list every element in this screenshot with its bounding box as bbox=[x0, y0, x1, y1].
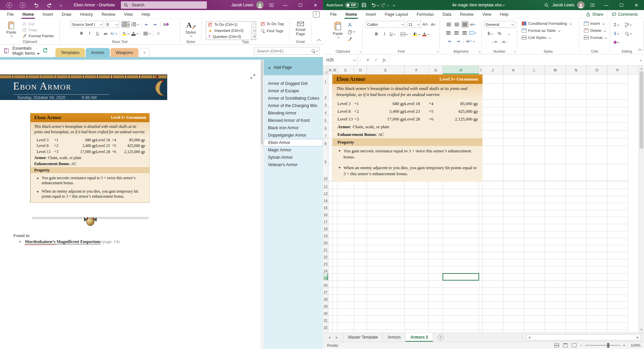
font-size-select[interactable]: 8 bbox=[105, 21, 119, 28]
sync-icon[interactable] bbox=[42, 48, 48, 53]
grid-cell[interactable] bbox=[332, 295, 337, 302]
row-header-25[interactable]: 25 bbox=[323, 273, 328, 281]
grid-cell[interactable] bbox=[405, 281, 429, 288]
grid-cell[interactable] bbox=[503, 84, 524, 100]
comments-button[interactable]: Comments bbox=[607, 10, 642, 19]
row-header-3[interactable]: 3 bbox=[323, 100, 328, 107]
grid-cell[interactable] bbox=[545, 295, 566, 302]
grid-cell[interactable] bbox=[587, 203, 607, 210]
grid-cell[interactable] bbox=[443, 238, 479, 245]
grid-cell[interactable] bbox=[587, 309, 607, 316]
grid-cell[interactable] bbox=[443, 231, 479, 238]
sheet-prev-icon[interactable]: ◂ bbox=[328, 335, 330, 340]
grid-cell[interactable] bbox=[328, 316, 332, 323]
notebook-search-input[interactable] bbox=[256, 49, 309, 53]
grid-cell[interactable] bbox=[524, 74, 545, 84]
grid-cell[interactable] bbox=[503, 203, 524, 210]
grid-cell[interactable] bbox=[607, 74, 628, 84]
grid-cell[interactable] bbox=[524, 131, 545, 138]
grid-cell[interactable] bbox=[524, 123, 545, 131]
column-header-I[interactable]: I bbox=[479, 66, 482, 74]
grid-cell[interactable] bbox=[367, 196, 405, 203]
grid-cell[interactable] bbox=[503, 231, 524, 238]
grid-cell[interactable] bbox=[328, 217, 332, 224]
add-page-button[interactable]: + Add Page bbox=[264, 60, 323, 75]
grid-cell[interactable] bbox=[524, 302, 545, 309]
grid-cell[interactable] bbox=[607, 189, 628, 196]
grid-cell[interactable] bbox=[566, 273, 587, 281]
select-all-corner[interactable] bbox=[323, 66, 328, 74]
menu-item-draw[interactable]: Draw bbox=[57, 10, 76, 19]
grid-cell[interactable] bbox=[332, 217, 337, 224]
grid-cell[interactable] bbox=[503, 217, 524, 224]
grid-cell[interactable] bbox=[566, 182, 587, 189]
grid-cell[interactable] bbox=[545, 231, 566, 238]
grid-cell[interactable] bbox=[607, 238, 628, 245]
grid-cell[interactable] bbox=[524, 84, 545, 100]
font-color-button[interactable]: A bbox=[131, 30, 139, 37]
wrap-text-icon[interactable]: ab↩ bbox=[469, 21, 477, 28]
grid-cell[interactable] bbox=[524, 196, 545, 203]
grid-cell[interactable] bbox=[429, 224, 443, 231]
grid-cell[interactable] bbox=[479, 252, 482, 259]
row-header-32[interactable]: 32 bbox=[323, 323, 328, 330]
grid-cell[interactable] bbox=[545, 164, 566, 181]
user-name[interactable]: Jacob Lewis bbox=[231, 3, 254, 7]
expand-formula-bar-icon[interactable] bbox=[637, 54, 644, 65]
grid-cell[interactable] bbox=[545, 330, 566, 333]
grid-cell[interactable] bbox=[332, 231, 337, 238]
grid-cell[interactable] bbox=[479, 182, 482, 189]
statblock-card[interactable]: Ebon ArmorLevel 3+ UncommonThis black ar… bbox=[332, 74, 482, 182]
grid-cell[interactable] bbox=[607, 295, 628, 302]
grid-cell[interactable] bbox=[367, 259, 405, 266]
statblock-card[interactable]: Ebon ArmorLevel 3+ UncommonThis black ar… bbox=[30, 113, 150, 203]
grid-cell[interactable] bbox=[503, 182, 524, 189]
grid-cell[interactable] bbox=[337, 217, 354, 224]
grid-cell[interactable] bbox=[328, 210, 332, 217]
grid-cell[interactable] bbox=[503, 131, 524, 138]
search-input[interactable] bbox=[131, 2, 191, 8]
grid-cell[interactable] bbox=[405, 182, 429, 189]
grid-cell[interactable] bbox=[524, 330, 545, 333]
grid-cell[interactable] bbox=[607, 245, 628, 252]
user-name[interactable]: Jacob Lewis bbox=[552, 3, 574, 7]
row-header-15[interactable]: 15 bbox=[323, 203, 328, 210]
grid-cell[interactable] bbox=[524, 323, 545, 330]
grid-cell[interactable] bbox=[405, 309, 429, 316]
grid-cell[interactable] bbox=[367, 210, 405, 217]
scroll-down-icon[interactable]: ▼ bbox=[639, 327, 644, 333]
maximize-button[interactable]: ☐ bbox=[614, 0, 629, 10]
grid-cell[interactable] bbox=[524, 224, 545, 231]
row-header-17[interactable]: 17 bbox=[323, 217, 328, 224]
grid-cell[interactable] bbox=[328, 259, 332, 266]
grid-cell[interactable] bbox=[429, 281, 443, 288]
grid-cell[interactable] bbox=[328, 231, 332, 238]
grid-cell[interactable] bbox=[443, 182, 479, 189]
grid-cell[interactable] bbox=[482, 245, 503, 252]
column-header-E[interactable]: E bbox=[367, 66, 405, 74]
menu-item-help[interactable]: Help bbox=[496, 10, 513, 19]
grid-cell[interactable] bbox=[367, 288, 405, 295]
number-format-select[interactable]: General bbox=[484, 21, 515, 28]
grid-cell[interactable] bbox=[524, 316, 545, 323]
cut-button[interactable]: Cut bbox=[21, 21, 55, 26]
grid-cell[interactable] bbox=[566, 138, 587, 146]
zoom-thumb[interactable] bbox=[607, 343, 609, 348]
autosum-icon[interactable]: Σ bbox=[613, 21, 620, 28]
font-name-select[interactable]: Calibri bbox=[366, 21, 405, 28]
section-tab-templates[interactable]: Templates bbox=[55, 48, 85, 57]
paste-button[interactable]: Paste bbox=[331, 20, 344, 39]
zoom-level[interactable]: 104% bbox=[629, 343, 641, 347]
grid-cell[interactable] bbox=[524, 231, 545, 238]
copy-icon[interactable] bbox=[348, 29, 355, 34]
grid-cell[interactable] bbox=[337, 238, 354, 245]
grid-cell[interactable] bbox=[337, 330, 354, 333]
menu-item-insert[interactable]: Insert bbox=[38, 10, 57, 19]
share-button[interactable]: Share bbox=[582, 10, 607, 19]
zoom-in-icon[interactable]: + bbox=[623, 343, 625, 347]
menu-item-home[interactable]: Home bbox=[341, 10, 361, 19]
row-header-27[interactable]: 27 bbox=[323, 288, 328, 295]
grid-cell[interactable] bbox=[479, 323, 482, 330]
grid-cell[interactable] bbox=[524, 203, 545, 210]
ribbon-display-options-icon[interactable] bbox=[265, 0, 278, 10]
